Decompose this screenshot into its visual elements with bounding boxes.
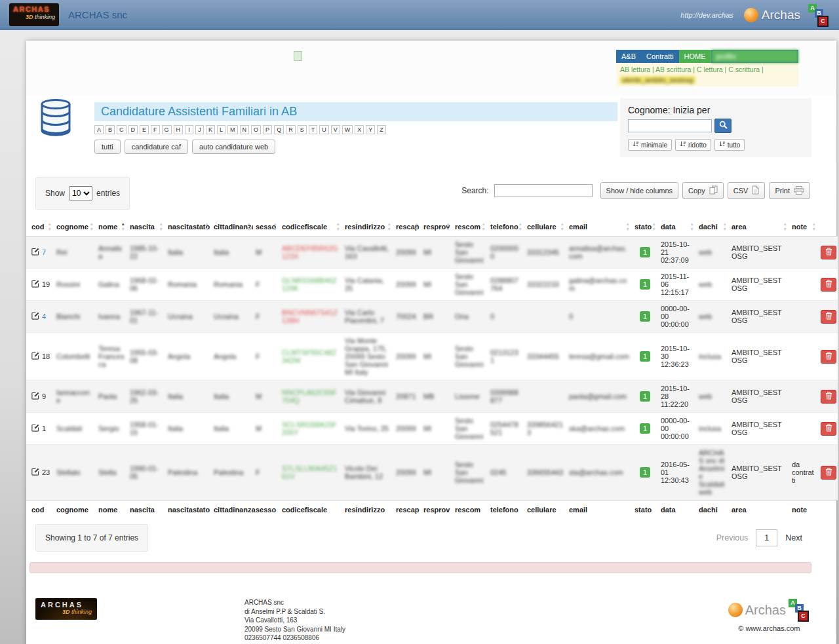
delete-button[interactable] bbox=[821, 390, 836, 404]
delete-button[interactable] bbox=[821, 246, 836, 259]
alphabet-button-J[interactable]: J bbox=[195, 125, 204, 134]
alphabet-button-F[interactable]: F bbox=[151, 125, 160, 134]
edit-icon[interactable] bbox=[31, 392, 39, 401]
cell-cod: 19 bbox=[26, 269, 54, 301]
previous-page-button[interactable]: Previous bbox=[709, 529, 756, 546]
alphabet-button-B[interactable]: B bbox=[106, 125, 115, 134]
column-header-nascita[interactable]: nascita▲▼ bbox=[127, 218, 165, 237]
edit-icon[interactable] bbox=[31, 352, 39, 361]
edit-icon[interactable] bbox=[31, 248, 39, 257]
cod-link[interactable]: 7 bbox=[42, 248, 46, 256]
column-header-area[interactable]: area▲▼ bbox=[729, 218, 789, 237]
brand-name[interactable]: ARCHAS snc bbox=[68, 9, 127, 20]
alphabet-button-E[interactable]: E bbox=[140, 125, 149, 134]
nav-item-contratti[interactable]: Contratti bbox=[641, 50, 679, 63]
alphabet-button-T[interactable]: T bbox=[309, 125, 318, 134]
column-header-data[interactable]: data▲▼ bbox=[658, 218, 696, 237]
copy-button[interactable]: Copy bbox=[682, 182, 724, 199]
cell-area: AMBITO_SESTOSG bbox=[729, 301, 789, 333]
next-page-button[interactable]: Next bbox=[777, 529, 810, 546]
cell-rescom: Lissone bbox=[452, 381, 488, 413]
filter-button-candidature-caf[interactable]: candidature caf bbox=[125, 140, 188, 154]
nav-item-blurred[interactable]: profilo bbox=[711, 50, 798, 63]
delete-button[interactable] bbox=[821, 466, 836, 480]
alphabet-button-V[interactable]: V bbox=[331, 125, 340, 134]
column-header-rescom[interactable]: rescom▲▼ bbox=[452, 218, 488, 237]
view-button-minimale[interactable]: minimale bbox=[628, 139, 672, 151]
cod-link[interactable]: 4 bbox=[42, 313, 46, 320]
cell-cittadinanza: Palestina bbox=[211, 445, 253, 501]
alphabet-button-H[interactable]: H bbox=[174, 125, 184, 134]
delete-button[interactable] bbox=[821, 310, 836, 324]
alphabet-button-U[interactable]: U bbox=[319, 125, 329, 134]
current-page-button[interactable]: 1 bbox=[756, 529, 777, 546]
column-header-nascitastato[interactable]: nascitastato▲▼ bbox=[165, 218, 211, 237]
csv-button[interactable]: CSV bbox=[728, 182, 766, 199]
column-header-cellulare[interactable]: cellulare▲▼ bbox=[524, 218, 566, 237]
edit-icon[interactable] bbox=[31, 424, 39, 433]
alphabet-button-I[interactable]: I bbox=[185, 125, 193, 134]
column-header-cod[interactable]: cod▲▼ bbox=[26, 218, 54, 237]
filter-button-auto-candidature-web[interactable]: auto candidature web bbox=[192, 140, 275, 154]
delete-button[interactable] bbox=[821, 278, 836, 292]
column-header-rescap[interactable]: rescap▲▼ bbox=[393, 218, 421, 237]
column-header-sesso[interactable]: sesso▲▼ bbox=[253, 218, 279, 237]
print-button[interactable]: Print bbox=[769, 182, 810, 199]
alphabet-button-K[interactable]: K bbox=[206, 125, 215, 134]
column-header-nome[interactable]: nome▲▼ bbox=[96, 218, 127, 237]
alphabet-button-D[interactable]: D bbox=[128, 125, 138, 134]
cell-note bbox=[789, 381, 818, 413]
cell-cittadinanza: Romania bbox=[211, 269, 253, 301]
nav-item-home[interactable]: HOME bbox=[679, 50, 711, 63]
column-header-label: cod bbox=[31, 506, 45, 514]
cognome-input[interactable] bbox=[628, 119, 712, 132]
column-header-stato[interactable]: stato▲▼ bbox=[632, 218, 658, 237]
view-button-ridotto[interactable]: ridotto bbox=[675, 139, 711, 151]
delete-button[interactable] bbox=[821, 350, 836, 364]
alphabet-button-L[interactable]: L bbox=[217, 125, 225, 134]
alphabet-button-P[interactable]: P bbox=[263, 125, 272, 134]
column-header-cognome[interactable]: cognome▲▼ bbox=[54, 218, 96, 237]
cell-rescom: Sesto San Giovanni bbox=[452, 333, 488, 381]
column-header-email[interactable]: email▲▼ bbox=[566, 218, 632, 237]
edit-icon[interactable] bbox=[31, 280, 39, 289]
alphabet-filter: ABCDEFGHIJKLMNOPQRSTUVWXYZ bbox=[94, 125, 617, 134]
cognome-search-button[interactable] bbox=[714, 119, 732, 133]
logo-text: ARCHAS bbox=[13, 5, 55, 13]
alphabet-button-R[interactable]: R bbox=[286, 125, 296, 134]
cell-email: 0 bbox=[566, 301, 632, 333]
column-header-cittadinanza[interactable]: cittadinanza▲▼ bbox=[211, 218, 253, 237]
nav-item-ab[interactable]: A&B bbox=[616, 50, 641, 63]
edit-icon[interactable] bbox=[31, 468, 39, 477]
alphabet-button-A[interactable]: A bbox=[94, 125, 104, 134]
filter-button-tutti[interactable]: tutti bbox=[94, 140, 121, 154]
edit-icon[interactable] bbox=[31, 312, 39, 321]
show-hide-columns-button[interactable]: Show / hide columns bbox=[600, 182, 679, 199]
column-header-resprov[interactable]: resprov▲▼ bbox=[421, 218, 452, 237]
alphabet-button-G[interactable]: G bbox=[162, 125, 172, 134]
column-header-codicefiscale[interactable]: codicefiscale▲▼ bbox=[279, 218, 342, 237]
column-header-rescap: rescap bbox=[393, 501, 421, 520]
stato-badge: 1 bbox=[640, 351, 650, 362]
column-header-codicefiscale: codicefiscale bbox=[279, 501, 342, 520]
alphabet-button-X[interactable]: X bbox=[355, 125, 364, 134]
view-button-tutto[interactable]: tutto bbox=[714, 139, 745, 151]
cell-note bbox=[789, 333, 818, 381]
alphabet-button-C[interactable]: C bbox=[117, 125, 127, 134]
alphabet-button-Y[interactable]: Y bbox=[366, 125, 375, 134]
page-size-select[interactable]: 10 bbox=[69, 186, 92, 200]
permissions-links[interactable]: AB lettura | AB scrittura | C lettura | … bbox=[620, 66, 794, 73]
alphabet-button-S[interactable]: S bbox=[298, 125, 307, 134]
column-header-resindirizzo[interactable]: resindirizzo▲▼ bbox=[342, 218, 393, 237]
alphabet-button-Q[interactable]: Q bbox=[274, 125, 284, 134]
alphabet-button-W[interactable]: W bbox=[342, 125, 353, 134]
alphabet-button-Z[interactable]: Z bbox=[377, 125, 386, 134]
alphabet-button-N[interactable]: N bbox=[240, 125, 250, 134]
alphabet-button-M[interactable]: M bbox=[227, 125, 238, 134]
alphabet-button-O[interactable]: O bbox=[251, 125, 261, 134]
table-search-input[interactable] bbox=[494, 184, 593, 197]
delete-button[interactable] bbox=[821, 422, 836, 436]
column-header-note[interactable]: note▲▼ bbox=[789, 218, 818, 237]
column-header-telefono[interactable]: telefono▲▼ bbox=[488, 218, 524, 237]
column-header-dachi[interactable]: dachi▲▼ bbox=[696, 218, 729, 237]
